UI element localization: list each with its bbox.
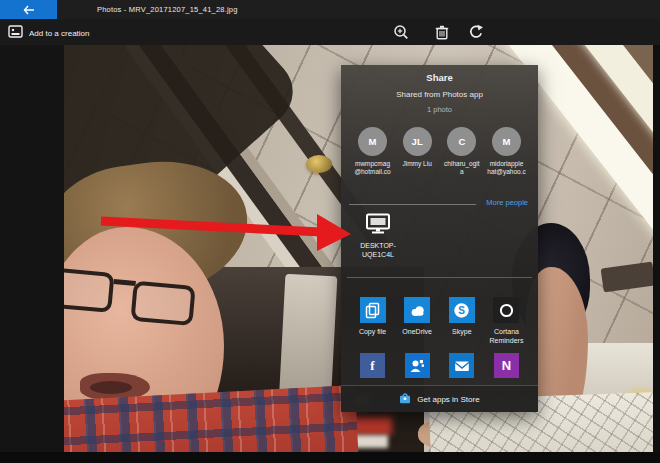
app-label: Cortana Reminders (485, 327, 528, 345)
divider (347, 277, 532, 278)
app-mail[interactable] (440, 353, 483, 378)
rotate-icon[interactable] (468, 24, 484, 40)
divider (349, 204, 476, 205)
contact-name: midoriapple (490, 160, 524, 167)
share-apps-row1: Copy file OneDrive S Skype Cortana Remin… (351, 297, 528, 345)
cortana-icon (493, 297, 519, 323)
mail-icon (449, 353, 474, 378)
contact-avatar: M (358, 127, 387, 156)
back-arrow-icon (23, 5, 35, 15)
toolbar: Add to a creation (0, 19, 660, 45)
messaging-icon (405, 353, 430, 378)
app-messaging[interactable] (396, 353, 439, 378)
add-to-creation-button[interactable]: Add to a creation (8, 24, 89, 43)
onedrive-cloud-icon (404, 297, 430, 323)
facebook-icon: f (360, 353, 385, 378)
app-cortana-reminders[interactable]: Cortana Reminders (485, 297, 528, 345)
photos-app-window: Photos - MRV_20171207_15_41_28.jpg Add t… (0, 0, 660, 463)
nearby-device-desktop[interactable]: DESKTOP-UQE1C4L (353, 213, 403, 260)
window-title: Photos - MRV_20171207_15_41_28.jpg (97, 0, 238, 19)
share-panel-subtitle: Shared from Photos app (341, 90, 538, 99)
delete-icon[interactable] (434, 24, 450, 40)
contact-list: M mwmpcmag@hotmail.co JL Jimmy Liu C chi… (351, 127, 528, 177)
app-copy-file[interactable]: Copy file (351, 297, 394, 345)
app-skype[interactable]: S Skype (440, 297, 483, 345)
contact-item[interactable]: JL Jimmy Liu (396, 127, 439, 177)
zoom-icon[interactable] (393, 24, 409, 40)
letterbox-bottom (0, 452, 660, 463)
annotation-arrow (95, 207, 357, 257)
app-facebook[interactable]: f (351, 353, 394, 378)
share-panel: Share Shared from Photos app 1 photo M m… (341, 65, 538, 412)
app-label: Skype (440, 327, 483, 336)
store-icon (399, 390, 411, 408)
monitor-icon (365, 220, 391, 237)
photo-person1-glasses (64, 266, 218, 340)
photo-smoke-detector (306, 155, 332, 173)
app-onenote[interactable]: N (485, 353, 528, 378)
copy-file-icon (360, 297, 386, 323)
app-onedrive[interactable]: OneDrive (396, 297, 439, 345)
contact-item[interactable]: M midoriapplehat@yahoo.c (485, 127, 528, 177)
back-button[interactable] (0, 0, 57, 19)
more-people-link[interactable]: More people (486, 198, 528, 207)
svg-text:S: S (458, 305, 465, 316)
contact-item[interactable]: C chiharu_ogita (440, 127, 483, 177)
onenote-icon: N (494, 353, 519, 378)
share-panel-title: Share (341, 72, 538, 83)
share-apps-row2: f N (351, 353, 528, 378)
add-to-creation-label: Add to a creation (29, 29, 89, 38)
share-photo-count: 1 photo (341, 105, 538, 114)
contact-name: mwmpcmag (355, 160, 390, 167)
get-apps-in-store-link[interactable]: Get apps in Store (341, 385, 538, 412)
titlebar: Photos - MRV_20171207_15_41_28.jpg (0, 0, 660, 19)
device-name: DESKTOP- (360, 242, 396, 249)
contact-name: chiharu_ogit (444, 160, 479, 167)
get-apps-label: Get apps in Store (417, 395, 479, 404)
contact-item[interactable]: M mwmpcmag@hotmail.co (351, 127, 394, 177)
contact-avatar: JL (403, 127, 432, 156)
contact-avatar: M (492, 127, 521, 156)
contact-avatar: C (447, 127, 476, 156)
contact-name: Jimmy Liu (403, 160, 432, 167)
app-label: Copy file (351, 327, 394, 336)
skype-icon: S (449, 297, 475, 323)
app-label: OneDrive (396, 327, 439, 336)
add-to-creation-icon (8, 24, 23, 43)
letterbox-right (653, 45, 660, 452)
more-people-row: More people (341, 197, 538, 211)
